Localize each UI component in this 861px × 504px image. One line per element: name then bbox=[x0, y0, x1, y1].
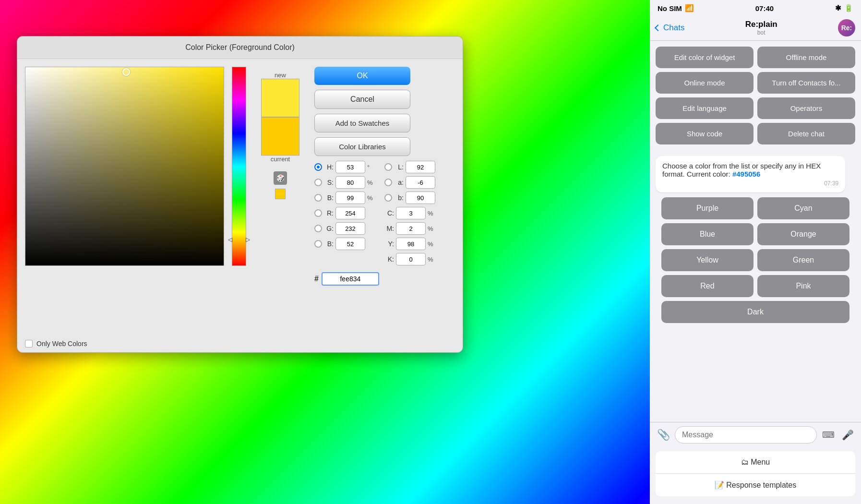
dark-button[interactable]: Dark bbox=[661, 301, 849, 323]
orange-button[interactable]: Orange bbox=[757, 223, 849, 245]
back-button[interactable]: Chats bbox=[656, 23, 684, 33]
green-label: G: bbox=[324, 225, 334, 232]
hue-input[interactable] bbox=[335, 161, 365, 173]
chat-buttons-grid: Edit color of widget Offline mode Online… bbox=[650, 41, 861, 150]
status-right: ✱ 🔋 bbox=[835, 4, 853, 12]
menu-button[interactable]: 🗂 Menu bbox=[656, 451, 855, 473]
battery-icon: 🔋 bbox=[844, 4, 853, 12]
nav-bar: Chats Re:plain bot Re: bbox=[650, 16, 861, 41]
b-lab-radio[interactable] bbox=[384, 194, 392, 202]
avatar-label: Re: bbox=[841, 24, 852, 32]
gradient-canvas bbox=[25, 67, 224, 265]
hex-symbol: # bbox=[314, 275, 319, 283]
lab-cmyk-inputs: L: a: b: C: bbox=[384, 161, 435, 265]
edit-color-button[interactable]: Edit color of widget bbox=[656, 47, 753, 68]
response-templates-button[interactable]: 📝 Response templates bbox=[656, 473, 855, 496]
a-row: a: bbox=[384, 176, 435, 189]
nav-title-main: Re:plain bbox=[745, 20, 777, 29]
brightness-radio[interactable] bbox=[314, 194, 322, 202]
small-swatch bbox=[275, 189, 286, 199]
ok-button[interactable]: OK bbox=[314, 67, 410, 85]
a-radio[interactable] bbox=[384, 179, 392, 186]
cyan-button[interactable]: Cyan bbox=[757, 197, 849, 219]
green-input[interactable] bbox=[335, 222, 365, 235]
c-unit: % bbox=[428, 210, 435, 217]
hue-arrow-left: ◁ bbox=[228, 236, 232, 243]
y-label: Y: bbox=[384, 240, 394, 248]
purple-button[interactable]: Purple bbox=[661, 197, 753, 219]
message-hex-highlight: #495056 bbox=[732, 170, 760, 178]
color-options-grid: Purple Cyan Blue Orange Yellow Green Red… bbox=[656, 197, 855, 323]
m-row: M: % bbox=[384, 222, 435, 235]
wifi-icon: 📶 bbox=[685, 4, 694, 12]
blue-input[interactable] bbox=[335, 238, 365, 250]
green-row: G: bbox=[314, 222, 375, 235]
l-label: L: bbox=[394, 163, 404, 171]
chat-message-bubble: Choose a color from the list or specify … bbox=[656, 156, 845, 192]
m-input[interactable] bbox=[396, 222, 426, 235]
m-label: M: bbox=[384, 225, 394, 232]
blue-radio[interactable] bbox=[314, 240, 322, 248]
right-controls: OK Cancel Add to Swatches Color Librarie… bbox=[314, 67, 455, 327]
cancel-button[interactable]: Cancel bbox=[314, 90, 410, 109]
status-bar: No SIM 📶 07:40 ✱ 🔋 bbox=[650, 0, 861, 16]
color-libraries-button[interactable]: Color Libraries bbox=[314, 137, 410, 156]
attach-button[interactable]: 📎 bbox=[656, 427, 671, 443]
delete-chat-button[interactable]: Delete chat bbox=[757, 123, 855, 144]
green-radio[interactable] bbox=[314, 225, 322, 232]
l-row: L: bbox=[384, 161, 435, 173]
color-preview-section: new current 🎲 bbox=[254, 67, 307, 327]
status-time: 07:40 bbox=[755, 4, 774, 12]
green-button[interactable]: Green bbox=[757, 249, 849, 271]
avatar[interactable]: Re: bbox=[838, 19, 855, 36]
current-label: current bbox=[271, 156, 290, 163]
turn-off-contacts-button[interactable]: Turn off Contacts fo... bbox=[757, 72, 855, 94]
online-mode-button[interactable]: Online mode bbox=[656, 72, 753, 94]
k-row: K: % bbox=[384, 253, 435, 265]
hex-input[interactable] bbox=[322, 272, 379, 286]
edit-language-button[interactable]: Edit language bbox=[656, 97, 753, 119]
message-input[interactable] bbox=[675, 426, 817, 444]
hsb-inputs: H: ° S: % B: % bbox=[314, 161, 375, 265]
hue-radio[interactable] bbox=[314, 163, 322, 171]
saturation-input[interactable] bbox=[335, 176, 365, 189]
a-input[interactable] bbox=[406, 176, 435, 189]
chat-area: Choose a color from the list or specify … bbox=[650, 150, 861, 422]
hue-slider[interactable] bbox=[232, 67, 246, 266]
red-radio[interactable] bbox=[314, 209, 322, 217]
operators-button[interactable]: Operators bbox=[757, 97, 855, 119]
y-input[interactable] bbox=[396, 238, 426, 250]
yellow-button[interactable]: Yellow bbox=[661, 249, 753, 271]
y-row: Y: % bbox=[384, 238, 435, 250]
blue-button[interactable]: Blue bbox=[661, 223, 753, 245]
keyboard-button[interactable]: ⌨ bbox=[821, 427, 836, 443]
l-radio[interactable] bbox=[384, 163, 392, 171]
dialog-bottom: Only Web Colors bbox=[17, 335, 463, 352]
current-color-preview bbox=[261, 117, 299, 156]
hue-slider-container[interactable]: ◁ ▷ bbox=[232, 67, 246, 266]
red-button[interactable]: Red bbox=[661, 275, 753, 297]
add-to-swatches-button[interactable]: Add to Swatches bbox=[314, 114, 410, 132]
3d-cube-icon: 🎲 bbox=[274, 171, 287, 185]
blue-row: B: bbox=[314, 238, 375, 250]
show-code-button[interactable]: Show code bbox=[656, 123, 753, 144]
saturation-radio[interactable] bbox=[314, 179, 322, 186]
l-input[interactable] bbox=[406, 161, 435, 173]
b-lab-input[interactable] bbox=[406, 192, 435, 204]
a-label: a: bbox=[394, 179, 404, 186]
brightness-row: B: % bbox=[314, 192, 375, 204]
mic-button[interactable]: 🎤 bbox=[840, 427, 855, 443]
pink-button[interactable]: Pink bbox=[757, 275, 849, 297]
offline-mode-button[interactable]: Offline mode bbox=[757, 47, 855, 68]
only-web-colors-checkbox[interactable] bbox=[25, 340, 33, 348]
hex-row: # bbox=[314, 272, 455, 286]
red-row: R: bbox=[314, 207, 375, 219]
color-picker-cursor[interactable] bbox=[122, 68, 130, 76]
k-input[interactable] bbox=[396, 253, 426, 265]
brightness-input[interactable] bbox=[335, 192, 365, 204]
color-gradient-area[interactable] bbox=[25, 67, 224, 266]
red-input[interactable] bbox=[335, 207, 365, 219]
brightness-unit: % bbox=[367, 194, 375, 202]
saturation-row: S: % bbox=[314, 176, 375, 189]
c-input[interactable] bbox=[396, 207, 426, 219]
